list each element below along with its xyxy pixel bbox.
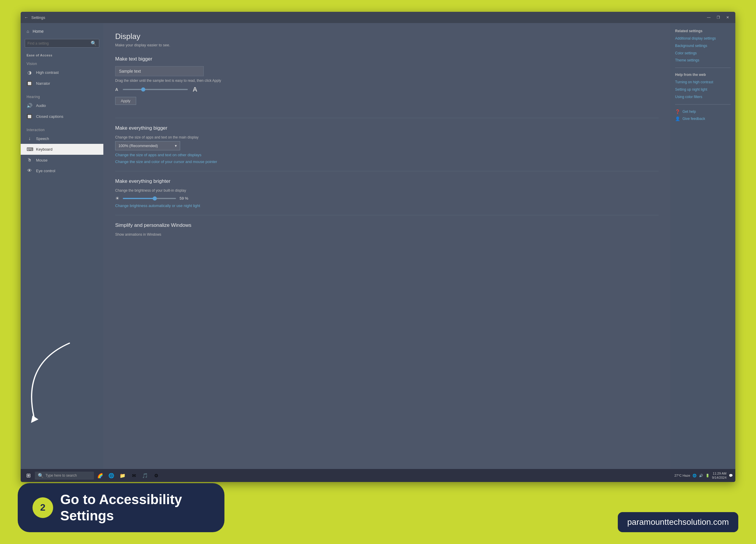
brightness-label: Change the brightness of your built-in d… xyxy=(115,188,659,193)
taskbar: ⊞ 🔍 Type here to search 🌈 🌐 📁 ✉ 🎵 ⚙ 27°C… xyxy=(21,469,735,482)
home-icon: ⌂ xyxy=(27,29,29,34)
dropdown-arrow-icon: ▾ xyxy=(175,144,177,148)
brightness-low-icon: ☀ xyxy=(115,196,119,201)
taskbar-search-icon: 🔍 xyxy=(38,473,44,478)
brightness-slider-track[interactable] xyxy=(123,198,176,199)
give-feedback-icon: 👤 xyxy=(675,116,680,121)
back-button[interactable]: ← xyxy=(24,15,28,20)
link-color-settings[interactable]: Color settings xyxy=(675,51,731,56)
search-icon: 🔍 xyxy=(91,40,97,46)
give-feedback-action[interactable]: 👤 Give feedback xyxy=(675,116,731,121)
speech-icon: ↓ xyxy=(27,136,32,141)
sidebar-item-speech[interactable]: ↓ Speech xyxy=(21,133,103,144)
brightness-slider-row: ☀ 59 % xyxy=(115,196,659,201)
minimize-button[interactable]: — xyxy=(705,13,713,22)
apply-button[interactable]: Apply xyxy=(115,97,136,105)
sidebar-item-mouse[interactable]: 🖱 Mouse xyxy=(21,155,103,165)
divider-3 xyxy=(115,215,659,215)
maximize-button[interactable]: ❐ xyxy=(714,13,722,22)
get-help-label: Get help xyxy=(682,110,696,114)
narrator-icon: 🔲 xyxy=(27,81,32,86)
home-label: Home xyxy=(32,29,43,34)
sidebar-item-high-contrast[interactable]: ◑ High contrast xyxy=(21,67,103,78)
mouse-icon: 🖱 xyxy=(27,157,32,163)
taskbar-app-1[interactable]: 🌈 xyxy=(95,470,105,481)
link-color-filters[interactable]: Using color filters xyxy=(675,95,731,100)
sidebar-item-label-high-contrast: High contrast xyxy=(36,70,59,75)
brightness-fill xyxy=(123,198,154,199)
large-a-label: A xyxy=(193,86,197,93)
sidebar-home[interactable]: ⌂ Home xyxy=(21,26,103,37)
weather-info: 27°C Haze xyxy=(674,474,690,477)
hearing-title: Hearing xyxy=(21,91,103,100)
taskbar-notification-icon: 💬 xyxy=(729,474,733,478)
taskbar-date-value: 9/14/2024 xyxy=(712,475,726,480)
outer-wrapper: ← Settings — ❐ ✕ ⌂ Home 🔍 Ea xyxy=(18,9,738,485)
link-background[interactable]: Background settings xyxy=(675,43,731,48)
sidebar-item-label-eye-control: Eye control xyxy=(36,169,55,173)
taskbar-app-6[interactable]: ⚙ xyxy=(151,470,161,481)
section-simplify: Simplify and personalize Windows xyxy=(115,222,659,228)
taskbar-network-icon: 🌐 xyxy=(693,474,697,478)
close-button[interactable]: ✕ xyxy=(724,13,732,22)
sidebar-item-closed-captions[interactable]: 🔲 Closed captions xyxy=(21,111,103,122)
right-panel: Related settings Additional display sett… xyxy=(670,23,735,469)
display-size-dropdown[interactable]: 100% (Recommended) ▾ xyxy=(115,141,180,150)
brightness-link[interactable]: Change brightness automatically or use n… xyxy=(115,203,659,208)
taskbar-app-4[interactable]: ✉ xyxy=(129,470,139,481)
section-text-bigger: Make text bigger xyxy=(115,56,659,62)
taskbar-volume-icon: 🔊 xyxy=(699,474,703,478)
taskbar-app-3[interactable]: 📁 xyxy=(118,470,128,481)
divider-2 xyxy=(115,171,659,171)
sidebar-item-audio[interactable]: 🔊 Audio xyxy=(21,100,103,111)
taskbar-app-5[interactable]: 🎵 xyxy=(140,470,150,481)
caption-line1: Go to Accessibility xyxy=(60,492,182,507)
taskbar-search-text: Type here to search xyxy=(45,473,77,478)
sidebar-item-label-speech: Speech xyxy=(36,136,49,141)
step-circle: 2 xyxy=(32,497,53,518)
search-input[interactable] xyxy=(27,41,91,45)
taskbar-right: 27°C Haze 🌐 🔊 🔋 11:29 AM 9/14/2024 💬 xyxy=(674,471,733,480)
link-cursor[interactable]: Change the size and color of your cursor… xyxy=(115,159,659,164)
closed-captions-icon: 🔲 xyxy=(27,114,32,119)
get-help-icon: ❓ xyxy=(675,109,680,114)
watermark: paramounttechsolution.com xyxy=(618,512,738,532)
taskbar-time-value: 11:29 AM xyxy=(712,471,726,475)
section-everything-bigger: Make everything bigger xyxy=(115,125,659,131)
start-button[interactable]: ⊞ xyxy=(23,470,34,481)
text-size-slider-track[interactable] xyxy=(123,89,188,90)
sidebar-item-label-keyboard: Keyboard xyxy=(36,147,53,152)
simplify-section: Simplify and personalize Windows Show an… xyxy=(115,222,659,237)
sidebar-item-keyboard[interactable]: ⌨ Keyboard xyxy=(21,144,103,155)
dropdown-value: 100% (Recommended) xyxy=(118,144,158,148)
link-theme[interactable]: Theme settings xyxy=(675,58,731,63)
link-night-light[interactable]: Setting up night light xyxy=(675,87,731,92)
get-help-action[interactable]: ❓ Get help xyxy=(675,109,731,114)
brightness-thumb[interactable] xyxy=(153,196,157,201)
keyboard-icon: ⌨ xyxy=(27,146,32,152)
small-a-label: A xyxy=(115,87,118,92)
search-box[interactable]: 🔍 xyxy=(25,39,99,48)
caption-text: Go to Accessibility Settings xyxy=(60,491,182,524)
sidebar: ⌂ Home 🔍 Ease of Access Vision ◑ High co… xyxy=(21,23,103,469)
main-layout: ⌂ Home 🔍 Ease of Access Vision ◑ High co… xyxy=(21,23,735,469)
give-feedback-label: Give feedback xyxy=(682,117,705,121)
watermark-text: paramounttechsolution.com xyxy=(627,517,729,527)
link-turning-on-high-contrast[interactable]: Turning on high contrast xyxy=(675,80,731,85)
sidebar-item-eye-control[interactable]: 👁 Eye control xyxy=(21,165,103,176)
title-bar-left: ← Settings xyxy=(24,15,45,20)
related-settings-title: Related settings xyxy=(675,29,731,33)
slider-thumb[interactable] xyxy=(141,87,145,92)
sidebar-item-narrator[interactable]: 🔲 Narrator xyxy=(21,78,103,89)
ease-of-access-title: Ease of Access xyxy=(21,50,103,58)
taskbar-app-2[interactable]: 🌐 xyxy=(106,470,116,481)
link-other-displays[interactable]: Change the size of apps and text on othe… xyxy=(115,153,659,157)
taskbar-search[interactable]: 🔍 Type here to search xyxy=(35,472,94,480)
vision-title: Vision xyxy=(21,58,103,67)
everything-bigger-label: Change the size of apps and text on the … xyxy=(115,135,659,139)
link-additional-display[interactable]: Additional display settings xyxy=(675,36,731,41)
content-area: Display Make your display easier to see.… xyxy=(103,23,670,469)
brightness-percentage: 59 % xyxy=(180,196,188,201)
slider-fill xyxy=(123,89,142,90)
display-size-dropdown-row: Change the size of apps and text on the … xyxy=(115,135,659,150)
